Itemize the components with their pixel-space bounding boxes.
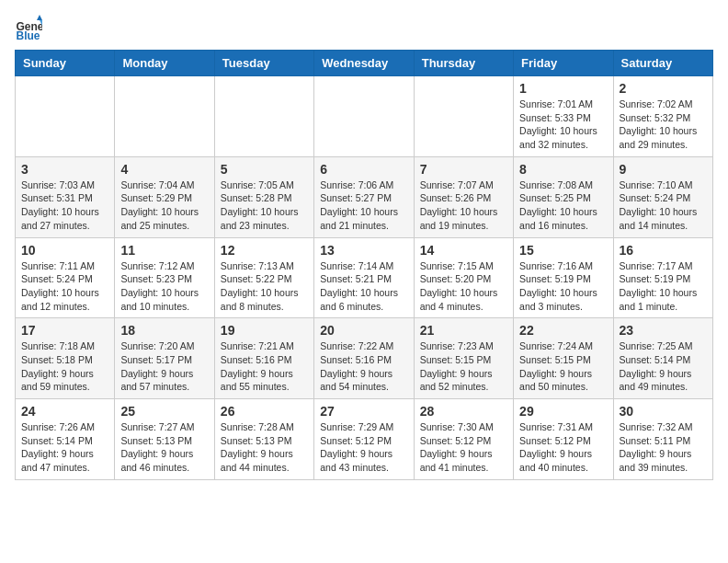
calendar-cell: 17Sunrise: 7:18 AM Sunset: 5:18 PM Dayli… (16, 318, 115, 399)
calendar-cell: 13Sunrise: 7:14 AM Sunset: 5:21 PM Dayli… (314, 237, 414, 318)
day-info: Sunrise: 7:26 AM Sunset: 5:14 PM Dayligh… (21, 420, 108, 475)
calendar-week-2: 3Sunrise: 7:03 AM Sunset: 5:31 PM Daylig… (16, 156, 713, 237)
day-info: Sunrise: 7:10 AM Sunset: 5:24 PM Dayligh… (620, 178, 707, 233)
calendar-cell (115, 76, 214, 157)
svg-marker-2 (37, 15, 42, 20)
calendar-cell: 24Sunrise: 7:26 AM Sunset: 5:14 PM Dayli… (16, 399, 115, 480)
day-info: Sunrise: 7:16 AM Sunset: 5:19 PM Dayligh… (519, 259, 607, 314)
calendar-week-4: 17Sunrise: 7:18 AM Sunset: 5:18 PM Dayli… (16, 318, 713, 399)
day-info: Sunrise: 7:15 AM Sunset: 5:20 PM Dayligh… (420, 259, 507, 314)
day-info: Sunrise: 7:04 AM Sunset: 5:29 PM Dayligh… (120, 178, 208, 233)
day-info: Sunrise: 7:13 AM Sunset: 5:22 PM Dayligh… (221, 259, 308, 314)
calendar-cell: 11Sunrise: 7:12 AM Sunset: 5:23 PM Dayli… (115, 237, 214, 318)
calendar-cell: 5Sunrise: 7:05 AM Sunset: 5:28 PM Daylig… (214, 156, 313, 237)
day-number: 12 (221, 243, 308, 258)
day-info: Sunrise: 7:25 AM Sunset: 5:14 PM Dayligh… (620, 339, 707, 394)
day-number: 20 (320, 323, 407, 338)
calendar-cell (414, 76, 513, 157)
calendar-cell: 26Sunrise: 7:28 AM Sunset: 5:13 PM Dayli… (214, 399, 313, 480)
logo-icon: General Blue (15, 15, 42, 42)
calendar-cell: 20Sunrise: 7:22 AM Sunset: 5:16 PM Dayli… (314, 318, 414, 399)
day-info: Sunrise: 7:03 AM Sunset: 5:31 PM Dayligh… (21, 178, 108, 233)
calendar-cell: 21Sunrise: 7:23 AM Sunset: 5:15 PM Dayli… (414, 318, 513, 399)
day-number: 11 (120, 243, 208, 258)
day-number: 25 (120, 404, 208, 419)
day-number: 18 (120, 323, 208, 338)
day-number: 10 (21, 243, 108, 258)
calendar-cell: 29Sunrise: 7:31 AM Sunset: 5:12 PM Dayli… (514, 399, 613, 480)
calendar-header-row: SundayMondayTuesdayWednesdayThursdayFrid… (16, 51, 713, 76)
day-number: 5 (221, 162, 308, 177)
calendar-cell: 12Sunrise: 7:13 AM Sunset: 5:22 PM Dayli… (214, 237, 313, 318)
day-number: 7 (420, 162, 507, 177)
calendar-cell: 30Sunrise: 7:32 AM Sunset: 5:11 PM Dayli… (613, 399, 712, 480)
weekday-header-tuesday: Tuesday (214, 51, 313, 76)
weekday-header-sunday: Sunday (16, 51, 115, 76)
calendar-cell: 19Sunrise: 7:21 AM Sunset: 5:16 PM Dayli… (214, 318, 313, 399)
calendar-cell: 9Sunrise: 7:10 AM Sunset: 5:24 PM Daylig… (613, 156, 712, 237)
calendar-cell: 14Sunrise: 7:15 AM Sunset: 5:20 PM Dayli… (414, 237, 513, 318)
day-info: Sunrise: 7:18 AM Sunset: 5:18 PM Dayligh… (21, 339, 108, 394)
day-number: 17 (21, 323, 108, 338)
day-number: 15 (519, 243, 607, 258)
day-info: Sunrise: 7:21 AM Sunset: 5:16 PM Dayligh… (221, 339, 308, 394)
weekday-header-monday: Monday (115, 51, 214, 76)
day-number: 4 (120, 162, 208, 177)
day-info: Sunrise: 7:24 AM Sunset: 5:15 PM Dayligh… (519, 339, 607, 394)
calendar-cell: 18Sunrise: 7:20 AM Sunset: 5:17 PM Dayli… (115, 318, 214, 399)
day-info: Sunrise: 7:11 AM Sunset: 5:24 PM Dayligh… (21, 259, 108, 314)
day-info: Sunrise: 7:27 AM Sunset: 5:13 PM Dayligh… (120, 420, 208, 475)
day-number: 29 (519, 404, 607, 419)
day-number: 26 (221, 404, 308, 419)
svg-text:Blue: Blue (17, 29, 40, 42)
weekday-header-wednesday: Wednesday (314, 51, 414, 76)
day-number: 21 (420, 323, 507, 338)
calendar-cell (214, 76, 313, 157)
day-info: Sunrise: 7:07 AM Sunset: 5:26 PM Dayligh… (420, 178, 507, 233)
calendar-cell: 25Sunrise: 7:27 AM Sunset: 5:13 PM Dayli… (115, 399, 214, 480)
day-number: 3 (21, 162, 108, 177)
day-info: Sunrise: 7:01 AM Sunset: 5:33 PM Dayligh… (519, 98, 607, 152)
calendar-week-1: 1Sunrise: 7:01 AM Sunset: 5:33 PM Daylig… (16, 76, 713, 157)
day-info: Sunrise: 7:12 AM Sunset: 5:23 PM Dayligh… (120, 259, 208, 314)
day-info: Sunrise: 7:14 AM Sunset: 5:21 PM Dayligh… (320, 259, 407, 314)
day-number: 22 (519, 323, 607, 338)
calendar-cell: 15Sunrise: 7:16 AM Sunset: 5:19 PM Dayli… (514, 237, 613, 318)
day-info: Sunrise: 7:08 AM Sunset: 5:25 PM Dayligh… (519, 178, 607, 233)
weekday-header-friday: Friday (514, 51, 613, 76)
day-number: 2 (620, 81, 707, 96)
calendar-cell: 22Sunrise: 7:24 AM Sunset: 5:15 PM Dayli… (514, 318, 613, 399)
day-info: Sunrise: 7:30 AM Sunset: 5:12 PM Dayligh… (420, 420, 507, 475)
day-info: Sunrise: 7:31 AM Sunset: 5:12 PM Dayligh… (519, 420, 607, 475)
day-info: Sunrise: 7:05 AM Sunset: 5:28 PM Dayligh… (221, 178, 308, 233)
day-number: 27 (320, 404, 407, 419)
day-number: 1 (519, 81, 607, 96)
calendar-cell: 16Sunrise: 7:17 AM Sunset: 5:19 PM Dayli… (613, 237, 712, 318)
day-info: Sunrise: 7:23 AM Sunset: 5:15 PM Dayligh… (420, 339, 507, 394)
calendar-cell: 2Sunrise: 7:02 AM Sunset: 5:32 PM Daylig… (613, 76, 712, 157)
day-info: Sunrise: 7:02 AM Sunset: 5:32 PM Dayligh… (620, 98, 707, 152)
calendar-cell: 10Sunrise: 7:11 AM Sunset: 5:24 PM Dayli… (16, 237, 115, 318)
logo: General Blue (15, 15, 42, 42)
day-info: Sunrise: 7:32 AM Sunset: 5:11 PM Dayligh… (620, 420, 707, 475)
calendar-cell (314, 76, 414, 157)
calendar-cell: 28Sunrise: 7:30 AM Sunset: 5:12 PM Dayli… (414, 399, 513, 480)
day-number: 8 (519, 162, 607, 177)
calendar-week-5: 24Sunrise: 7:26 AM Sunset: 5:14 PM Dayli… (16, 399, 713, 480)
day-number: 28 (420, 404, 507, 419)
day-number: 14 (420, 243, 507, 258)
day-number: 6 (320, 162, 407, 177)
calendar-table: SundayMondayTuesdayWednesdayThursdayFrid… (15, 50, 713, 480)
page-header: General Blue (15, 15, 713, 42)
calendar-cell: 6Sunrise: 7:06 AM Sunset: 5:27 PM Daylig… (314, 156, 414, 237)
day-number: 9 (620, 162, 707, 177)
day-number: 24 (21, 404, 108, 419)
day-info: Sunrise: 7:22 AM Sunset: 5:16 PM Dayligh… (320, 339, 407, 394)
calendar-cell: 8Sunrise: 7:08 AM Sunset: 5:25 PM Daylig… (514, 156, 613, 237)
calendar-cell: 3Sunrise: 7:03 AM Sunset: 5:31 PM Daylig… (16, 156, 115, 237)
calendar-cell: 1Sunrise: 7:01 AM Sunset: 5:33 PM Daylig… (514, 76, 613, 157)
day-info: Sunrise: 7:29 AM Sunset: 5:12 PM Dayligh… (320, 420, 407, 475)
calendar-cell: 27Sunrise: 7:29 AM Sunset: 5:12 PM Dayli… (314, 399, 414, 480)
day-info: Sunrise: 7:28 AM Sunset: 5:13 PM Dayligh… (221, 420, 308, 475)
day-info: Sunrise: 7:20 AM Sunset: 5:17 PM Dayligh… (120, 339, 208, 394)
